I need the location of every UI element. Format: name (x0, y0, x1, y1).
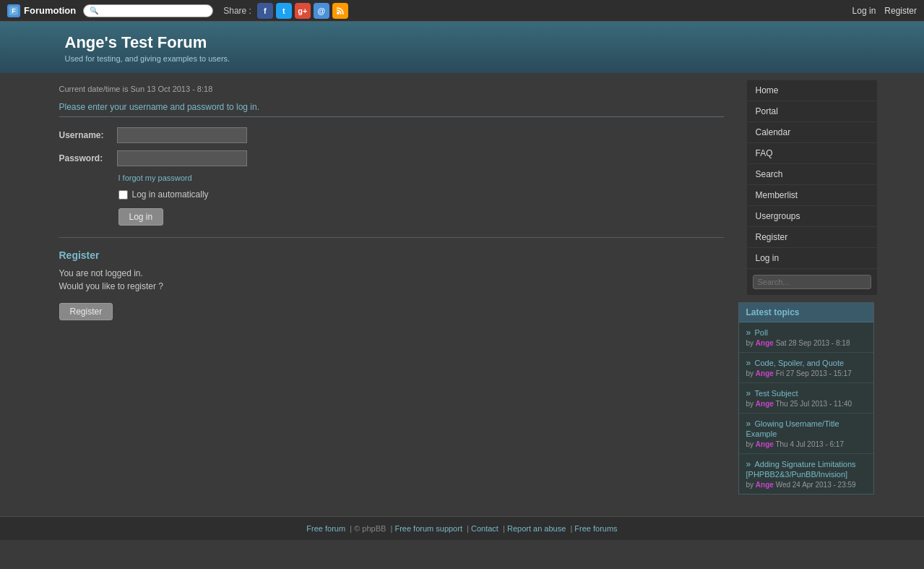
nav-search[interactable]: Search (747, 164, 877, 185)
nav-faq[interactable]: FAQ (747, 143, 877, 164)
topbar-search-input[interactable] (101, 7, 207, 15)
footer-report-abuse[interactable]: Report an abuse (507, 524, 566, 533)
rss-share-btn[interactable] (332, 3, 348, 19)
forum-subtitle: Used for testing, and giving examples to… (65, 54, 860, 63)
facebook-share-btn[interactable]: f (257, 3, 273, 19)
topic-author-4: Ange (756, 440, 774, 448)
right-nav: Home Portal Calendar FAQ Search Memberli… (747, 80, 877, 295)
footer-free-forum-support[interactable]: Free forum support (394, 524, 462, 533)
twitter-share-btn[interactable]: t (276, 3, 292, 19)
nav-home[interactable]: Home (747, 80, 877, 101)
topic-link-3[interactable]: Test Subject (755, 389, 798, 398)
nav-portal[interactable]: Portal (747, 101, 877, 122)
footer-contact[interactable]: Contact (471, 524, 498, 533)
section-divider (59, 237, 724, 238)
svg-text:F: F (12, 7, 16, 14)
register-link[interactable]: Register (884, 6, 917, 16)
nav-memberlist[interactable]: Memberlist (747, 185, 877, 206)
register-section-title: Register (59, 249, 724, 261)
bullet-4: » (746, 419, 751, 429)
logo-icon: F (7, 4, 20, 17)
forum-title: Ange's Test Forum (65, 33, 860, 52)
googleplus-share-btn[interactable]: g+ (295, 3, 311, 19)
forgot-password-link[interactable]: I forgot my password (118, 174, 724, 182)
bullet-2: » (746, 358, 751, 368)
footer: Free forum | © phpBB | Free forum suppor… (0, 516, 924, 540)
email-share-btn[interactable]: @ (314, 3, 329, 19)
topbar-search-box: 🔍 (83, 4, 213, 17)
register-line2: Would you like to register ? (59, 281, 724, 291)
topic-author-3: Ange (756, 400, 774, 408)
topic-item-4: » Glowing Username/Title Example by Ange… (739, 414, 873, 454)
login-button[interactable]: Log in (118, 208, 164, 226)
latest-topics-header: Latest topics (739, 303, 873, 322)
login-prompt: Please enter your username and password … (59, 102, 724, 117)
topic-meta-3: by Ange Thu 25 Jul 2013 - 11:40 (746, 400, 866, 408)
topic-author-5: Ange (756, 481, 774, 489)
nav-login[interactable]: Log in (747, 248, 877, 269)
nav-register[interactable]: Register (747, 227, 877, 248)
svg-point-2 (337, 12, 340, 14)
topic-meta-1: by Ange Sat 28 Sep 2013 - 8:18 (746, 339, 866, 347)
topic-link-5[interactable]: Adding Signature Limitations [PHPBB2&3/P… (746, 460, 856, 479)
username-label: Username: (59, 130, 117, 140)
username-row: Username: (59, 127, 724, 143)
password-label: Password: (59, 153, 117, 163)
bullet-1: » (746, 328, 751, 338)
share-label: Share : (223, 6, 251, 16)
username-input[interactable] (117, 127, 247, 143)
latest-topics-panel: Latest topics » Poll by Ange Sat 28 Sep … (738, 302, 874, 495)
auto-login-row: Log in automatically (118, 189, 724, 200)
nav-usergroups[interactable]: Usergroups (747, 206, 877, 227)
topic-meta-4: by Ange Thu 4 Jul 2013 - 6:17 (746, 440, 866, 448)
footer-links: Free forum | © phpBB | Free forum suppor… (0, 524, 924, 533)
logo: F Forumotion (7, 4, 76, 17)
datetime-display: Current date/time is Sun 13 Oct 2013 - 8… (59, 85, 724, 93)
topic-author-1: Ange (756, 339, 774, 347)
topic-link-4[interactable]: Glowing Username/Title Example (746, 419, 839, 438)
auto-login-checkbox[interactable] (118, 190, 128, 200)
bullet-5: » (746, 459, 751, 469)
social-icons: f t g+ @ (257, 3, 348, 19)
topic-date-3: Thu 25 Jul 2013 - 11:40 (775, 400, 852, 408)
topbar-auth: Log in Register (852, 6, 917, 16)
topic-date-2: Fri 27 Sep 2013 - 15:17 (776, 369, 852, 377)
nav-calendar[interactable]: Calendar (747, 122, 877, 143)
login-link[interactable]: Log in (852, 6, 876, 16)
topic-meta-2: by Ange Fri 27 Sep 2013 - 15:17 (746, 369, 866, 377)
topic-link-2[interactable]: Code, Spoiler, and Quote (755, 359, 845, 367)
topic-date-1: Sat 28 Sep 2013 - 8:18 (776, 339, 850, 347)
topic-item-1: » Poll by Ange Sat 28 Sep 2013 - 8:18 (739, 322, 873, 353)
topic-item-3: » Test Subject by Ange Thu 25 Jul 2013 -… (739, 383, 873, 414)
topic-date-4: Thu 4 Jul 2013 - 6:17 (775, 440, 844, 448)
topic-item-5: » Adding Signature Limitations [PHPBB2&3… (739, 454, 873, 494)
register-line1: You are not logged in. (59, 268, 724, 278)
footer-phpbb: © phpBB (354, 524, 386, 533)
auto-login-label[interactable]: Log in automatically (132, 189, 209, 200)
topic-meta-5: by Ange Wed 24 Apr 2013 - 23:59 (746, 481, 866, 489)
register-button[interactable]: Register (59, 303, 113, 320)
footer-free-forums[interactable]: Free forums (574, 524, 617, 533)
topic-item-2: » Code, Spoiler, and Quote by Ange Fri 2… (739, 353, 873, 383)
nav-search-input[interactable] (753, 275, 871, 289)
logo-text: Forumotion (24, 5, 76, 16)
topic-link-1[interactable]: Poll (755, 328, 768, 337)
topic-date-5: Wed 24 Apr 2013 - 23:59 (776, 481, 856, 489)
topbar-search-icon: 🔍 (90, 7, 98, 14)
nav-search-area (747, 269, 877, 295)
password-row: Password: (59, 150, 724, 166)
footer-free-forum[interactable]: Free forum (306, 524, 345, 533)
password-input[interactable] (117, 150, 247, 166)
bullet-3: » (746, 388, 751, 398)
topic-author-2: Ange (756, 369, 774, 377)
